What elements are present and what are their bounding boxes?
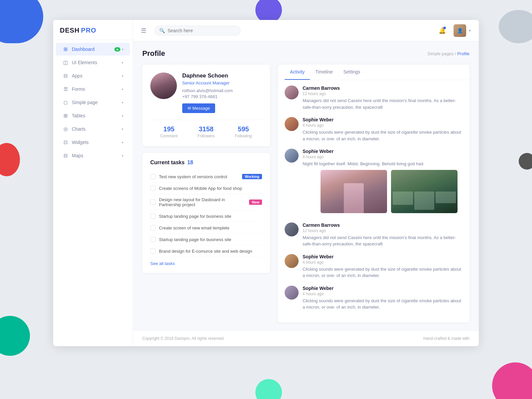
profile-role: Senior Account Manager xyxy=(182,80,262,85)
blob-pink xyxy=(492,362,532,399)
task-item: Create screens of Mobile App for food sh… xyxy=(150,183,262,194)
avatar xyxy=(285,85,299,99)
activity-text: Clicking sounds were generated by dust t… xyxy=(303,129,463,142)
ui-elements-icon: ◫ xyxy=(63,60,68,66)
profile-card: Daphnee Schoen Senior Account Manager ro… xyxy=(142,65,270,146)
sidebar: DESH PRO ⊞ Dashboard ● ▾ ◫ UI Elements ▾… xyxy=(53,20,133,346)
sidebar-item-label: UI Elements xyxy=(72,60,122,65)
task-checkbox[interactable] xyxy=(150,213,156,219)
sidebar-item-charts[interactable]: ◎ Charts ▾ xyxy=(56,123,130,135)
activity-list: Carmen Barrows 12 hours ago Managers did… xyxy=(278,80,469,323)
user-menu[interactable]: 👤 ▾ xyxy=(454,24,471,37)
sidebar-item-tables[interactable]: ⊞ Tables ▾ xyxy=(56,109,130,122)
dashboard-badge: ● xyxy=(114,47,120,52)
task-checkbox[interactable] xyxy=(150,186,156,191)
search-box: 🔍 xyxy=(154,26,241,36)
sidebar-item-ui-elements[interactable]: ◫ UI Elements ▾ xyxy=(56,56,130,69)
task-checkbox[interactable] xyxy=(150,225,156,230)
sidebar-item-apps[interactable]: ⊟ Apps ▾ xyxy=(56,69,130,82)
sidebar-item-label: Widgets xyxy=(72,140,122,145)
activity-time: 4 hours ago xyxy=(303,123,463,128)
activity-name: Sophie Weber xyxy=(303,149,463,154)
activity-item: Sophie Weber 4 hours ago Clicking sounds… xyxy=(285,286,463,311)
simple-page-icon: ◻ xyxy=(63,99,68,105)
blob-red xyxy=(0,143,20,176)
activity-name: Carmen Barrows xyxy=(303,222,463,228)
profile-phone: +97 799 376-4681 xyxy=(182,94,262,99)
search-icon: 🔍 xyxy=(159,28,165,33)
task-checkbox[interactable] xyxy=(150,174,156,179)
profile-header: Daphnee Schoen Senior Account Manager ro… xyxy=(150,72,262,113)
apps-icon: ⊟ xyxy=(63,73,68,79)
tab-timeline[interactable]: Timeline xyxy=(310,65,338,80)
tasks-title: Current tasks xyxy=(150,160,185,166)
chevron-down-icon: ▾ xyxy=(122,141,123,144)
avatar xyxy=(285,117,299,131)
chevron-down-icon: ▾ xyxy=(122,101,123,104)
task-label: Startup landing page for business site xyxy=(159,237,262,242)
chevron-down-icon: ▾ xyxy=(122,74,123,78)
forms-icon: ☰ xyxy=(63,86,68,92)
task-item: Test new system of versions control Work… xyxy=(150,171,262,183)
task-item: Design new layout for Dasboard in Partne… xyxy=(150,194,262,210)
activity-card: Activity Timeline Settings Carmen Barrow… xyxy=(278,65,469,323)
chevron-down-icon: ▾ xyxy=(122,61,123,65)
see-all-tasks-link[interactable]: See all tasks xyxy=(150,261,175,266)
sidebar-item-dashboard[interactable]: ⊞ Dashboard ● ▾ xyxy=(56,43,130,56)
blob-gray xyxy=(499,10,532,43)
task-checkbox[interactable] xyxy=(150,248,156,254)
task-badge-new: New xyxy=(249,200,262,205)
search-input[interactable] xyxy=(168,28,227,33)
task-label: Brand design for E-comurce site and web … xyxy=(159,249,262,254)
page-area: Profile Simple pages / Profile xyxy=(133,41,479,331)
tasks-card: Current tasks 18 Test new system of vers… xyxy=(142,153,270,273)
profile-info: Daphnee Schoen Senior Account Manager ro… xyxy=(182,72,262,113)
task-checkbox[interactable] xyxy=(150,237,156,242)
sidebar-item-label: Forms xyxy=(72,86,122,92)
avatar xyxy=(285,254,299,268)
activity-name: Sophie Weber xyxy=(303,286,463,291)
chevron-down-icon: ▾ xyxy=(122,114,123,118)
sidebar-item-simple-page[interactable]: ◻ Simple page ▾ xyxy=(56,96,130,109)
left-column: Daphnee Schoen Senior Account Manager ro… xyxy=(142,65,270,323)
breadcrumb-current: Profile xyxy=(457,51,469,56)
activity-image-1 xyxy=(321,170,387,213)
chevron-down-icon: ▾ xyxy=(122,48,123,51)
activity-content: Sophie Weber 4 hours ago Clicking sounds… xyxy=(303,286,463,311)
sidebar-item-forms[interactable]: ☰ Forms ▾ xyxy=(56,83,130,95)
activity-content: Carmen Barrows 12 hours ago Managers did… xyxy=(303,222,463,247)
sidebar-logo: DESH PRO xyxy=(53,20,133,40)
breadcrumb-parent: Simple pages xyxy=(428,51,454,56)
sidebar-item-label: Apps xyxy=(72,73,122,78)
message-button[interactable]: ✉ Message xyxy=(182,103,215,113)
task-item: Startup landing page for business site xyxy=(150,210,262,222)
chevron-down-icon: ▾ xyxy=(122,87,123,91)
avatar xyxy=(285,286,299,300)
activity-name: Sophie Weber xyxy=(303,117,463,122)
task-item: Brand design for E-comurce site and web … xyxy=(150,245,262,257)
logo-desh: DESH xyxy=(60,27,80,34)
sidebar-item-label: Charts xyxy=(72,126,122,132)
task-label: Design new layout for Dasboard in Partne… xyxy=(159,197,246,207)
stat-followers-value: 3158 xyxy=(188,125,225,133)
sidebar-item-maps[interactable]: ⊟ Maps ▾ xyxy=(56,149,130,162)
blob-teal xyxy=(0,316,30,356)
hamburger-icon[interactable]: ☰ xyxy=(141,27,146,34)
main-content: ☰ 🔍 🔔 👤 ▾ Profile Sim xyxy=(133,20,479,346)
notification-bell[interactable]: 🔔 xyxy=(436,25,448,37)
avatar xyxy=(285,149,299,163)
stat-following: 595 Following xyxy=(225,125,262,138)
task-checkbox[interactable] xyxy=(150,200,156,205)
profile-email: rolfson.alvis@hotmail.com xyxy=(182,88,262,93)
avatar-initials: 👤 xyxy=(454,24,466,37)
sidebar-item-widgets[interactable]: ⊡ Widgets ▾ xyxy=(56,136,130,149)
stat-followers: 3158 Followers xyxy=(188,125,225,138)
tab-activity[interactable]: Activity xyxy=(285,65,310,80)
sidebar-item-label: Dashboard xyxy=(72,47,114,52)
logo-pro: PRO xyxy=(81,27,96,34)
tasks-count: 18 xyxy=(187,160,193,166)
activity-content: Sophie Weber 4 hours ago Clicking sounds… xyxy=(303,254,463,279)
activity-time: 4 hours ago xyxy=(303,155,463,159)
tab-settings[interactable]: Settings xyxy=(338,65,366,80)
profile-avatar xyxy=(150,72,177,99)
